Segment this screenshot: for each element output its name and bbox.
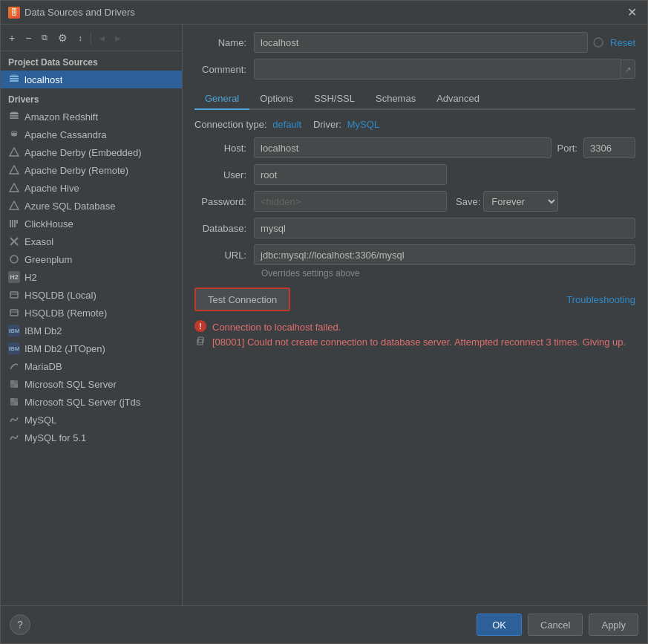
error-line1: Connection to localhost failed. — [212, 322, 341, 333]
ibm-db2-jtopen-icon: IBM — [8, 342, 20, 354]
port-input[interactable] — [583, 137, 635, 158]
svg-rect-21 — [10, 292, 18, 298]
error-area: ! Connection to localhost failed. [08001… — [194, 320, 635, 349]
tab-sshssl[interactable]: SSH/SSL — [304, 88, 365, 110]
app-icon: 🗄 — [8, 7, 20, 19]
svg-rect-2 — [10, 80, 19, 82]
svg-rect-25 — [10, 380, 14, 384]
greenplum-label: Greenplum — [24, 254, 72, 265]
driver-exasol[interactable]: Exasol — [1, 232, 182, 250]
move-button[interactable]: ↕ — [74, 31, 86, 45]
error-icon: ! — [194, 320, 206, 332]
driver-mariadb[interactable]: MariaDB — [1, 357, 182, 375]
svg-rect-29 — [10, 398, 14, 402]
host-port-row: Host: Port: — [194, 137, 635, 158]
mysql-51-icon — [8, 432, 20, 443]
cancel-button[interactable]: Cancel — [528, 614, 583, 636]
test-connection-button[interactable]: Test Connection — [194, 287, 290, 311]
clickhouse-icon — [8, 218, 20, 230]
url-input[interactable] — [254, 244, 635, 265]
driver-ibm-db2-jtopen[interactable]: IBM IBM Db2 (JTOpen) — [1, 339, 182, 357]
driver-clickhouse[interactable]: ClickHouse — [1, 215, 182, 232]
exasol-icon — [8, 235, 20, 247]
driver-hsqldb-remote[interactable]: HSQLDB (Remote) — [1, 304, 182, 322]
tab-options[interactable]: Options — [249, 88, 304, 110]
tab-schemas[interactable]: Schemas — [365, 88, 426, 110]
password-row: Password: <hidden> Save: Forever Until r… — [194, 191, 635, 212]
copy-button[interactable]: ⧉ — [38, 30, 51, 45]
svg-rect-31 — [10, 402, 14, 406]
drivers-section-header: Drivers — [1, 88, 182, 108]
error-message: Connection to localhost failed. [08001] … — [212, 320, 626, 349]
database-label: Database: — [194, 223, 254, 234]
localhost-icon — [8, 74, 20, 85]
nav-back-button[interactable]: ◂ — [96, 30, 108, 46]
driver-apache-hive[interactable]: Apache Hive — [1, 179, 182, 197]
driver-microsoft-sql[interactable]: Microsoft SQL Server — [1, 375, 182, 393]
svg-rect-1 — [10, 78, 19, 79]
svg-point-3 — [10, 74, 18, 77]
help-button[interactable]: ? — [10, 614, 30, 635]
user-row: User: — [194, 164, 635, 185]
ok-button[interactable]: OK — [477, 614, 522, 636]
settings-button[interactable]: ⚙ — [54, 30, 71, 46]
amazon-redshift-icon — [8, 111, 20, 123]
svg-rect-14 — [10, 220, 11, 227]
driver-mysql[interactable]: MySQL — [1, 411, 182, 429]
add-button[interactable]: + — [5, 30, 19, 46]
apply-button[interactable]: Apply — [589, 614, 638, 636]
driver-amazon-redshift[interactable]: Amazon Redshift — [1, 108, 182, 126]
close-button[interactable]: ✕ — [624, 7, 640, 19]
hsqldb-local-icon — [8, 289, 20, 301]
reset-link[interactable]: Reset — [610, 37, 635, 48]
hsqldb-local-label: HSQLDB (Local) — [24, 290, 96, 301]
remove-button[interactable]: − — [22, 30, 35, 46]
nav-forward-button[interactable]: ▸ — [111, 30, 124, 46]
host-label: Host: — [194, 143, 254, 154]
comment-input[interactable] — [254, 59, 621, 79]
hsqldb-remote-label: HSQLDB (Remote) — [24, 308, 107, 319]
localhost-label: localhost — [24, 74, 62, 85]
save-select[interactable]: Forever Until restart Never — [483, 191, 558, 212]
troubleshooting-link[interactable]: Troubleshooting — [566, 294, 635, 305]
apache-cassandra-label: Apache Cassandra — [24, 129, 107, 140]
error-icons: ! — [194, 320, 206, 347]
connection-type-value[interactable]: default — [272, 119, 301, 130]
svg-rect-23 — [10, 310, 18, 316]
svg-rect-26 — [14, 380, 18, 384]
svg-marker-13 — [10, 201, 19, 209]
driver-apache-derby-embedded[interactable]: Apache Derby (Embedded) — [1, 143, 182, 161]
clickhouse-label: ClickHouse — [24, 218, 73, 230]
driver-mysql-51[interactable]: MySQL for 5.1 — [1, 429, 182, 446]
host-input[interactable] — [254, 137, 552, 158]
driver-ibm-db2[interactable]: IBM IBM Db2 — [1, 322, 182, 339]
driver-greenplum[interactable]: Greenplum — [1, 250, 182, 268]
greenplum-icon — [8, 253, 20, 265]
password-input[interactable]: <hidden> — [254, 191, 447, 212]
tab-advanced[interactable]: Advanced — [426, 88, 490, 110]
driver-apache-cassandra[interactable]: Apache Cassandra — [1, 126, 182, 143]
comment-expand-btn[interactable]: ↗ — [621, 59, 635, 79]
driver-h2[interactable]: H2 H2 — [1, 268, 182, 286]
svg-rect-6 — [10, 117, 19, 119]
user-input[interactable] — [254, 164, 447, 185]
svg-rect-28 — [14, 384, 18, 388]
password-label: Password: — [194, 196, 254, 207]
driver-azure-sql[interactable]: Azure SQL Database — [1, 197, 182, 215]
name-input[interactable] — [254, 32, 588, 53]
toolbar: + − ⧉ ⚙ ↕ ◂ ▸ — [1, 25, 182, 51]
driver-microsoft-sql-jtds[interactable]: Microsoft SQL Server (jTds — [1, 393, 182, 411]
tab-general[interactable]: General — [194, 88, 249, 110]
svg-marker-11 — [10, 166, 19, 174]
apache-cassandra-icon — [8, 129, 20, 140]
driver-apache-derby-remote[interactable]: Apache Derby (Remote) — [1, 161, 182, 179]
drivers-list: Amazon Redshift Apache Cassandra — [1, 108, 182, 605]
localhost-item[interactable]: localhost — [1, 71, 182, 88]
user-label: User: — [194, 169, 254, 180]
driver-value[interactable]: MySQL — [347, 119, 379, 130]
driver-hsqldb-local[interactable]: HSQLDB (Local) — [1, 286, 182, 304]
azure-sql-icon — [8, 200, 20, 212]
copy-error-icon[interactable] — [194, 335, 206, 347]
database-input[interactable] — [254, 218, 635, 238]
mysql-icon — [8, 414, 20, 426]
